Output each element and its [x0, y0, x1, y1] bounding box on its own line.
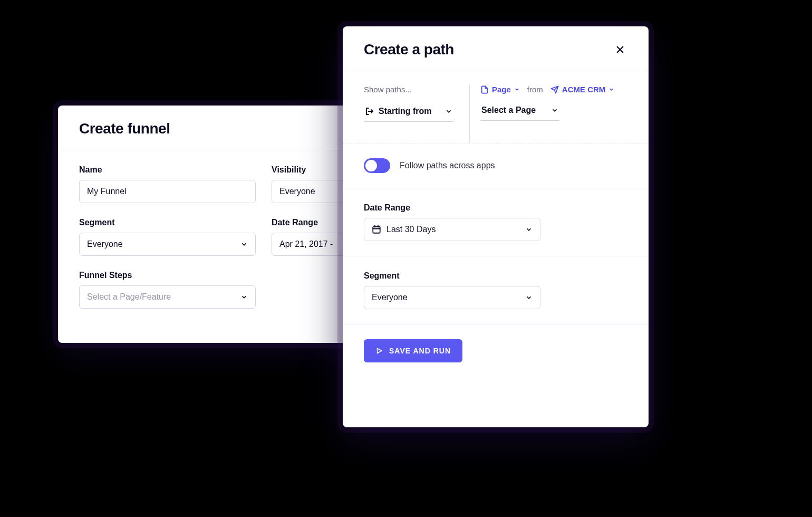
exit-arrow-icon [365, 107, 374, 116]
path-type-select[interactable]: Page [480, 85, 520, 94]
select-page-value: Select a Page [481, 106, 536, 115]
svg-rect-4 [373, 227, 380, 233]
path-type-value: Page [492, 85, 511, 94]
funnel-steps-select[interactable]: Select a Page/Feature [79, 285, 256, 309]
funnel-segment-select[interactable]: Everyone [79, 233, 256, 256]
path-app-value: ACME CRM [562, 85, 606, 94]
path-date-range-select[interactable]: Last 30 Days [364, 218, 540, 241]
send-icon [550, 85, 559, 94]
save-and-run-button[interactable]: SAVE AND RUN [364, 339, 462, 362]
toggle-knob [365, 160, 377, 171]
svg-marker-8 [378, 348, 382, 353]
funnel-name-field[interactable] [87, 187, 248, 196]
chevron-down-icon [551, 107, 558, 114]
funnel-segment-value: Everyone [87, 240, 234, 249]
path-header: Create a path [343, 26, 649, 71]
path-date-range-value: Last 30 Days [386, 225, 436, 234]
follow-paths-label: Follow paths across apps [400, 161, 495, 170]
funnel-name-label: Name [79, 165, 256, 175]
starting-from-select[interactable]: Starting from [364, 101, 453, 122]
funnel-title: Create funnel [79, 120, 170, 137]
save-and-run-label: SAVE AND RUN [389, 347, 451, 355]
select-page-dropdown[interactable]: Select a Page [480, 100, 559, 121]
follow-paths-toggle[interactable] [364, 158, 390, 173]
funnel-steps-placeholder: Select a Page/Feature [87, 292, 234, 302]
path-segment-select[interactable]: Everyone [364, 286, 540, 309]
path-segment-label: Segment [364, 271, 627, 281]
chevron-down-icon [514, 87, 520, 92]
path-segment-value: Everyone [372, 293, 519, 302]
chevron-down-icon [608, 87, 614, 92]
chevron-down-icon [525, 226, 533, 233]
chevron-down-icon [525, 294, 533, 301]
path-title: Create a path [364, 41, 454, 58]
calendar-icon [372, 225, 381, 234]
show-paths-label: Show paths... [364, 85, 459, 94]
from-label: from [527, 85, 543, 94]
chevron-down-icon [240, 241, 248, 248]
funnel-segment-label: Segment [79, 218, 256, 227]
vertical-divider [469, 85, 470, 143]
create-path-modal: Create a path Show paths... Starting fro… [343, 26, 649, 427]
close-button[interactable] [613, 42, 627, 57]
close-icon [615, 45, 625, 54]
play-icon [375, 347, 383, 355]
path-date-range-label: Date Range [364, 203, 627, 213]
starting-from-value: Starting from [379, 107, 431, 116]
page-icon [480, 85, 489, 94]
funnel-name-input[interactable] [79, 180, 256, 203]
chevron-down-icon [445, 108, 452, 115]
chevron-down-icon [240, 293, 248, 301]
path-app-select[interactable]: ACME CRM [550, 85, 615, 94]
